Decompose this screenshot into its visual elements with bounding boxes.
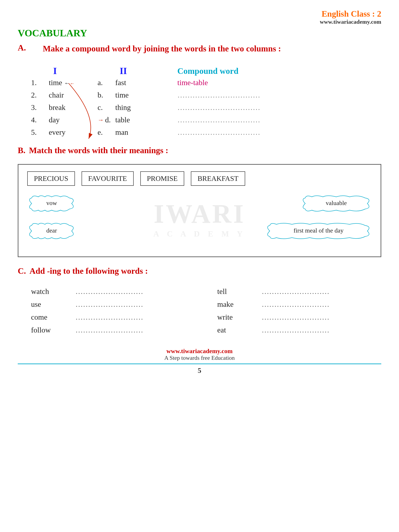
section-b-label: B. bbox=[18, 146, 25, 155]
row1-word2: fast bbox=[115, 78, 160, 87]
svg-text:vow: vow bbox=[46, 200, 57, 206]
row3-letter: c. bbox=[98, 103, 115, 112]
header-url: www.tiwariacademy.com bbox=[320, 19, 381, 25]
ing-word-follow: follow bbox=[31, 326, 71, 334]
ing-dots-use: ……………………… bbox=[75, 300, 143, 309]
word-box-precious: PRECIOUS bbox=[27, 171, 75, 186]
row3-answer: …………………………… bbox=[160, 103, 381, 112]
section-a-question: Make a compound word by joining the word… bbox=[43, 43, 281, 55]
ing-word-write: write bbox=[217, 313, 257, 321]
ing-dots-follow: ……………………… bbox=[75, 326, 143, 334]
row5-word1: every bbox=[49, 128, 98, 137]
page-number: 5 bbox=[18, 367, 381, 375]
vocabulary-title: VOCABULARY bbox=[18, 27, 381, 39]
word-box-breakfast: BREAKFAST bbox=[191, 171, 245, 186]
section-a: A. Make a compound word by joining the w… bbox=[18, 43, 381, 137]
row3-word1: break bbox=[49, 103, 98, 112]
ing-dots-come: ……………………… bbox=[75, 313, 143, 321]
header-title-prefix: English Class : bbox=[322, 9, 377, 18]
row5-word2: man bbox=[115, 128, 160, 137]
match-box: PRECIOUS FAVOURITE PROMISE BREAKFAST IWA… bbox=[18, 164, 381, 257]
row5-answer: …………………………… bbox=[160, 128, 381, 137]
meaning-dear: dear bbox=[27, 222, 76, 241]
footer: www.tiwariacademy.com A Step towards fre… bbox=[18, 348, 381, 361]
row2-word2: time bbox=[115, 91, 160, 99]
bottom-line bbox=[18, 364, 381, 364]
row4-word2: table bbox=[115, 116, 160, 124]
row4-num: 4. bbox=[31, 116, 49, 124]
ing-dots-tell: ……………………… bbox=[262, 287, 329, 296]
row4-answer: …………………………… bbox=[160, 116, 381, 124]
section-a-label: A. bbox=[18, 43, 26, 52]
row2-word1: chair bbox=[49, 91, 98, 99]
word-boxes-row: PRECIOUS FAVOURITE PROMISE BREAKFAST bbox=[27, 171, 372, 186]
row1-answer: time-table bbox=[160, 78, 381, 87]
ing-dots-eat: ……………………… bbox=[262, 326, 329, 334]
footer-tagline: A Step towards free Education bbox=[18, 355, 381, 361]
cloud-valuable-svg: valuable bbox=[301, 195, 372, 212]
ing-word-use: use bbox=[31, 300, 71, 309]
row4-letter: → d. bbox=[98, 116, 115, 124]
section-c: C. Add -ing to the following words : wat… bbox=[18, 266, 381, 339]
row1-num: 1. bbox=[31, 78, 49, 87]
svg-text:first meal of the day: first meal of the day bbox=[293, 227, 343, 234]
word-box-favourite: FAVOURITE bbox=[82, 171, 134, 186]
cloud-vow-svg: vow bbox=[27, 195, 76, 212]
header-title: English Class : 2 bbox=[320, 9, 381, 19]
section-b: B. Match the words with their meanings :… bbox=[18, 146, 381, 257]
ing-word-watch: watch bbox=[31, 287, 71, 296]
col3-header: Compound word bbox=[160, 66, 381, 76]
section-c-question: Add -ing to the following words : bbox=[30, 266, 148, 276]
cloud-dear-svg: dear bbox=[27, 222, 76, 240]
meaning-vow: vow bbox=[27, 195, 76, 213]
ing-word-eat: eat bbox=[217, 326, 257, 334]
row4-word1: day bbox=[49, 116, 98, 124]
row1-letter: a. bbox=[98, 78, 115, 87]
footer-url: www.tiwariacademy.com bbox=[18, 348, 381, 355]
row5-num: 5. bbox=[31, 128, 49, 137]
ing-dots-write: ……………………… bbox=[262, 313, 329, 321]
row1-word1: time ← bbox=[49, 78, 98, 87]
ing-word-make: make bbox=[217, 300, 257, 309]
ing-word-tell: tell bbox=[217, 287, 257, 296]
section-b-question: Match the words with their meanings : bbox=[29, 146, 168, 155]
ing-col2: tell ……………………… make ……………………… write …………… bbox=[217, 287, 381, 339]
ing-dots-make: ……………………… bbox=[262, 300, 329, 309]
col2-header: II bbox=[115, 66, 160, 76]
ing-dots-watch: ……………………… bbox=[75, 287, 143, 296]
svg-text:dear: dear bbox=[46, 227, 57, 234]
row2-answer: …………………………… bbox=[160, 91, 381, 99]
header-class-num: 2 bbox=[377, 9, 381, 18]
row2-num: 2. bbox=[31, 91, 49, 99]
section-c-label: C. bbox=[18, 266, 26, 276]
ing-word-come: come bbox=[31, 313, 71, 321]
ing-col1: watch ……………………… use ……………………… come ……………… bbox=[31, 287, 195, 339]
svg-text:valuable: valuable bbox=[326, 200, 347, 206]
meaning-first-meal: first meal of the day bbox=[265, 222, 372, 241]
col1-header: I bbox=[49, 66, 98, 76]
row3-word2: thing bbox=[115, 103, 160, 112]
row5-letter: e. bbox=[98, 128, 115, 137]
row2-letter: b. bbox=[98, 91, 115, 99]
cloud-first-meal-svg: first meal of the day bbox=[265, 222, 372, 240]
header: English Class : 2 www.tiwariacademy.com bbox=[18, 9, 381, 25]
row3-num: 3. bbox=[31, 103, 49, 112]
meaning-valuable: valuable bbox=[301, 195, 372, 213]
word-box-promise: PROMISE bbox=[140, 171, 184, 186]
